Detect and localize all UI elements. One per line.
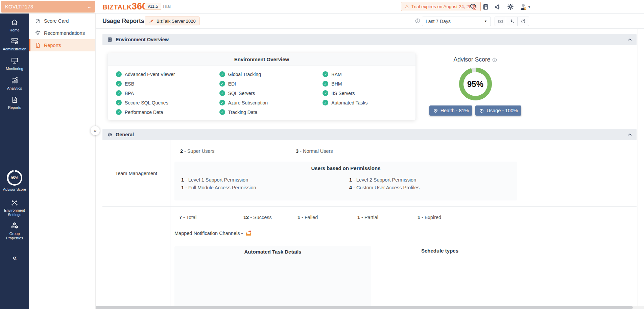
env-feature-label: Advanced Event Viewer [125,72,175,77]
check-icon: ✓ [116,109,122,115]
check-icon: ✓ [323,71,328,77]
section-header-environment-overview[interactable]: Environment Overview [102,34,637,45]
stat-normal-users: 3- Normal Users [296,148,333,154]
info-icon[interactable] [415,18,420,25]
email-report-button[interactable] [495,17,506,26]
health-heart-icon [433,108,438,113]
sidebar-item-reports[interactable]: Reports [0,96,29,110]
health-score-button[interactable]: Health - 81% [429,105,473,116]
warning-icon: ⚠ [405,4,409,9]
subnav-item-recommendations[interactable]: Recommendations [29,27,95,39]
env-feature-item: ✓Advanced Event Viewer [116,71,219,77]
env-feature-label: SQL Servers [228,91,255,96]
biztalk360-logo: BIZTALK 360 [102,1,147,11]
download-report-button[interactable] [506,17,518,26]
stat-value: 1 [349,177,352,183]
info-icon[interactable] [492,57,497,62]
env-feature-label: EDI [228,81,236,87]
monitoring-icon [10,56,19,65]
sidebar-item-monitoring[interactable]: Monitoring [0,56,29,71]
permissions-grid: 1- Level 1 Support Permission 1- Level 2… [174,171,517,190]
home-icon [10,18,19,26]
subnav-item-reports[interactable]: Reports [29,39,95,51]
sidebar-collapse-button[interactable]: « [0,254,29,262]
stat-value: 1 [181,177,184,183]
sidebar-item-label: Reports [8,105,21,110]
stat-label: - Level 2 Support Permission [353,177,416,183]
sidebar-item-administration[interactable]: Administration [0,37,29,51]
environment-selector-dropdown[interactable]: KOVLTP173 ⌄ [1,1,95,13]
row-label-team-management: Team Management [102,140,170,206]
check-icon: ✓ [219,100,225,105]
environment-overview-card-title: Environment Overview [108,53,415,66]
sidebar-item-group-properties[interactable]: Group Properties [0,221,29,240]
check-icon: ✓ [323,81,328,87]
env-feature-item: ✓Azure Subscription [219,99,323,106]
date-range-select[interactable]: Last 7 Days ▼ [422,17,491,26]
date-range-value: Last 7 Days [426,19,451,24]
env-feature-item: ✓Tracking Data [219,109,323,115]
page-title: Usage Reports [102,18,144,25]
usage-score-button[interactable]: Usage - 100% [475,105,521,116]
settings-gear-icon[interactable] [507,3,514,10]
license-label: Trial [162,4,171,9]
email-channel-icon[interactable] [245,230,252,236]
top-icon-group: ▾ [469,0,530,14]
mapped-notification-channels: Mapped Notification Channels - [174,230,252,236]
advisor-score-donut: 95% [459,68,492,100]
env-feature-label: BHM [331,81,342,87]
sidebar-item-analytics[interactable]: Analytics [0,76,29,91]
automated-task-details-card: Automated Task Details [174,246,371,309]
stat-label: - Total [183,215,196,220]
health-monitor-icon[interactable] [469,3,477,10]
trial-warning-text: Trial expires on August 24, 2025 [411,4,477,9]
horizontal-scrollbar [0,306,644,309]
stat-value: 1 [181,185,184,190]
stat-label: - Failed [302,215,318,220]
env-feature-label: Performance Data [125,110,163,115]
section-header-general[interactable]: General [102,129,637,140]
sidebar-item-home[interactable]: Home [0,18,29,32]
stat-value: 12 [243,215,249,220]
section-collapse-icon[interactable] [628,38,632,41]
check-icon: ✓ [219,71,225,77]
server-badge-label: BizTalk Server 2020 [157,19,196,24]
env-feature-label: Azure Subscription [228,100,268,105]
stat-label: - Expired [422,215,441,220]
section-collapse-icon[interactable] [628,133,632,136]
group-properties-icon [10,221,19,230]
avatar-caret-icon: ▾ [528,5,530,9]
env-feature-label: Tracking Data [228,110,258,115]
documentation-icon[interactable] [482,3,489,10]
check-icon: ✓ [116,71,122,77]
user-profile-menu[interactable]: ▾ [519,3,530,11]
server-version-badge[interactable]: BizTalk Server 2020 [145,17,199,25]
refresh-button[interactable] [518,17,529,26]
sidebar-item-advisor-score[interactable]: 95% Advisor Score [0,170,29,192]
panel-collapse-button[interactable]: « [91,126,100,135]
environment-overview-card: Environment Overview ✓Advanced Event Vie… [108,53,416,120]
stat-custom-profiles: 4- Custom User Access Profiles [349,185,517,190]
env-feature-item: ✓Secure SQL Queries [116,99,219,106]
env-feature-item: ✓Performance Data [116,109,219,115]
administration-icon [10,37,19,45]
stat-value: 4 [349,185,352,190]
general-section-table: Team Management 2- Super Users 3- Normal… [102,140,637,309]
stat-full-module-permission: 1- Full Module Access Permission [181,185,349,190]
stat-level2-permission: 1- Level 2 Support Permission [349,177,517,183]
advisor-score-buttons: Health - 81% Usage - 100% [419,105,531,116]
env-feature-item: ✓ESB [116,80,219,87]
advisor-score-value: 95% [11,176,18,180]
check-icon: ✓ [219,90,225,96]
environment-name: KOVLTP173 [5,4,33,9]
subnav-item-score-card[interactable]: Score Card [29,15,95,27]
sidebar-item-environment-settings[interactable]: Environment Settings [0,198,29,217]
team-management-stats: 2- Super Users 3- Normal Users [180,148,333,154]
stat-expired: 1- Expired [418,215,441,220]
trial-expiry-warning[interactable]: ⚠ Trial expires on August 24, 2025 [401,2,481,11]
advisor-score-panel: Advisor Score 95% Health - 81% Usage - 1… [419,56,531,116]
env-feature-label: Global Tracking [228,72,261,77]
top-bar: KOVLTP173 ⌄ BIZTALK 360 v11.5 Trial ⚠ Tr… [0,0,644,14]
announcements-icon[interactable] [494,3,502,10]
report-document-icon [35,42,41,48]
